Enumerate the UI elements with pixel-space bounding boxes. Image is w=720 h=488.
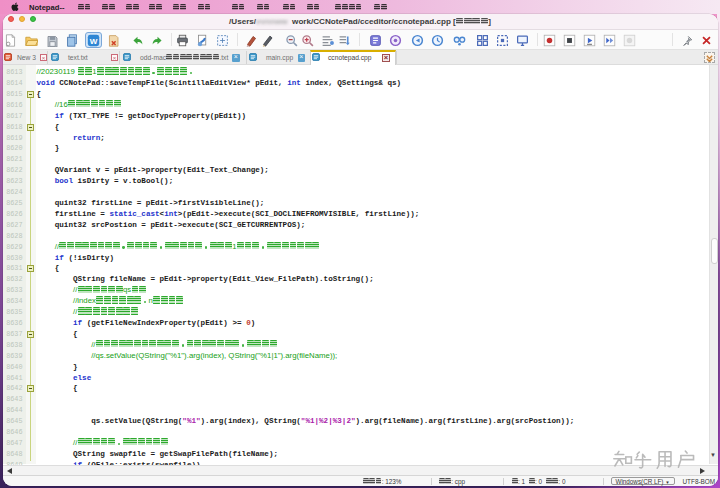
svg-text:W: W (89, 37, 97, 46)
